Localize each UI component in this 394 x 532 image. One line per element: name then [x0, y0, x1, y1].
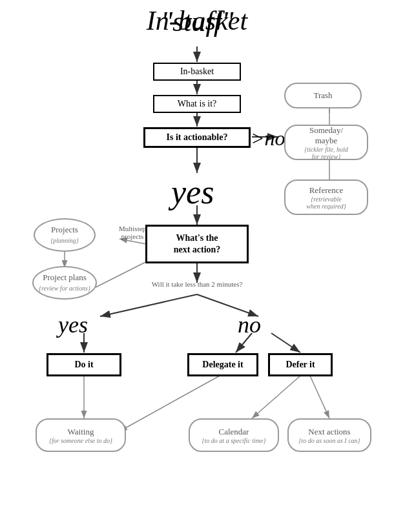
in-basket-box: In-basket	[153, 63, 241, 81]
do-it-box: Do it	[47, 353, 121, 376]
no-label-right: >no	[251, 127, 285, 150]
svg-line-26	[310, 376, 329, 418]
no2-label: no	[238, 311, 261, 338]
next-actions-box: Next actions {to do as soon as I can}	[287, 418, 371, 452]
is-actionable-box: Is it actionable?	[143, 127, 251, 148]
flowchart-diagram: In-basket "stuff" In-basket What is it? …	[0, 0, 394, 532]
svg-line-22	[271, 333, 300, 353]
yes2-label: yes	[58, 311, 88, 338]
projects-box: Projects{planning}	[34, 218, 96, 252]
calendar-box: Calendar {to do at a specific time}	[189, 418, 279, 452]
whats-next-box: What's thenext action?	[145, 225, 249, 263]
reference-box: Reference {retrievablewhen required}	[284, 179, 368, 215]
what-is-it-box: What is it?	[153, 95, 241, 113]
svg-line-25	[252, 376, 300, 418]
svg-line-18	[100, 294, 197, 316]
project-plans-box: Project plans{review for actions}	[32, 266, 97, 300]
multistep-label: Multistepprojects	[107, 225, 158, 240]
yes-label: yes	[171, 173, 214, 211]
two-minutes-label: Will it take less than 2 minutes?	[110, 280, 284, 288]
defer-it-box: Defer it	[268, 353, 333, 376]
stuff-title: "stuff"	[119, 5, 275, 38]
trash-box: Trash	[284, 83, 362, 108]
delegate-it-box: Delegate it	[187, 353, 258, 376]
someday-box: Someday/maybe {tickler file, holdfor rev…	[284, 125, 368, 160]
waiting-box: Waiting {for someone else to do}	[36, 418, 126, 452]
